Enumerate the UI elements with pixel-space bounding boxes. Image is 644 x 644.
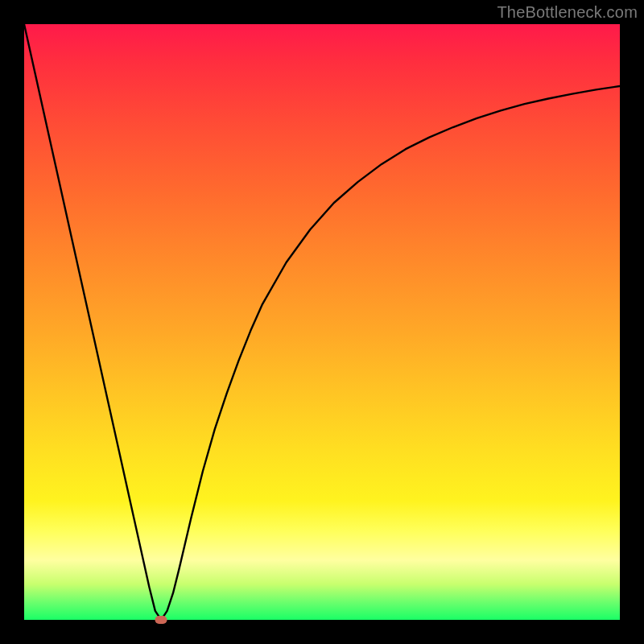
chart-frame: TheBottleneck.com — [0, 0, 644, 644]
watermark-text: TheBottleneck.com — [497, 3, 638, 22]
curve-svg — [24, 24, 620, 620]
min-marker — [155, 616, 167, 624]
bottleneck-curve — [24, 24, 620, 620]
plot-area — [24, 24, 620, 620]
